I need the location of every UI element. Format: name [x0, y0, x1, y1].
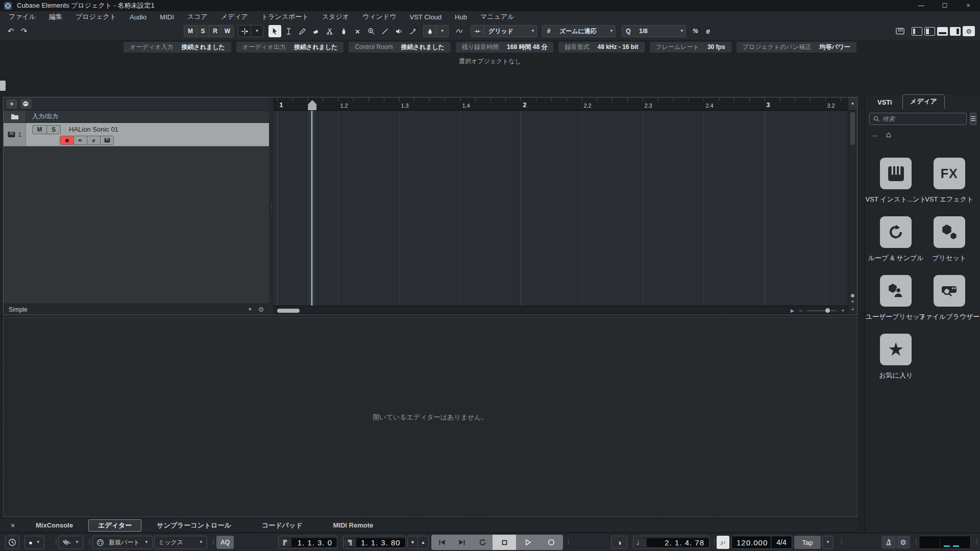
- minimize-button[interactable]: —: [910, 0, 933, 11]
- vertical-scrollbar[interactable]: [848, 111, 857, 292]
- iterative-quantize-icon[interactable]: %: [689, 25, 702, 37]
- zoom-in-icon[interactable]: +: [841, 307, 845, 314]
- tap-options-caret[interactable]: ▼: [822, 536, 834, 549]
- menu-edit[interactable]: 編集: [42, 12, 69, 21]
- zoom-out-icon[interactable]: −: [799, 307, 802, 314]
- primary-time-display[interactable]: ♩ 2. 1. 4. 78: [633, 536, 709, 549]
- menu-transport[interactable]: トランスポート: [255, 12, 315, 21]
- track-preset-label[interactable]: Simple: [9, 306, 28, 313]
- audio-record-mode-dropdown[interactable]: ▼: [58, 536, 83, 549]
- zoom-tool[interactable]: [365, 25, 378, 37]
- output-level-meter[interactable]: [919, 536, 971, 549]
- transport-settings-button[interactable]: [5, 536, 19, 549]
- track-list-divider[interactable]: ⋮: [269, 97, 273, 315]
- menu-vst-cloud[interactable]: VST Cloud: [403, 13, 448, 21]
- auto-scroll-options-caret[interactable]: ▼: [251, 25, 263, 37]
- tempo-track-toggle[interactable]: ♪↕: [717, 536, 729, 549]
- close-button[interactable]: ×: [957, 0, 980, 11]
- monitor-button[interactable]: [74, 136, 87, 144]
- maximize-button[interactable]: ☐: [933, 0, 957, 11]
- tab-chord-pads[interactable]: コードパッド: [247, 520, 318, 531]
- metronome-button[interactable]: [881, 536, 896, 549]
- split-tool[interactable]: [324, 25, 336, 37]
- record-mode-dropdown[interactable]: ●▼: [24, 536, 44, 549]
- punch-out-button[interactable]: ▲: [418, 536, 429, 549]
- lower-zone-close-icon[interactable]: ×: [5, 521, 20, 530]
- erase-tool[interactable]: [310, 25, 323, 37]
- play-button[interactable]: [516, 535, 540, 550]
- menu-project[interactable]: プロジェクト: [69, 12, 123, 21]
- auto-quantize-button[interactable]: AQ: [216, 536, 234, 549]
- horizontal-scroll-thumb[interactable]: [277, 309, 300, 313]
- metronome-settings-gear-icon[interactable]: ⚙: [896, 536, 910, 549]
- left-zone-toggle[interactable]: [912, 27, 922, 36]
- range-selection-tool[interactable]: [282, 25, 295, 37]
- media-list-view-icon[interactable]: ☰: [970, 113, 976, 125]
- tile-vst-instruments[interactable]: VST インスト...ント: [869, 158, 922, 204]
- left-locator-time[interactable]: 1. 1. 3. 0: [291, 538, 337, 547]
- write-automation-button[interactable]: W: [221, 25, 233, 37]
- home-icon[interactable]: ⌂: [886, 130, 891, 139]
- lower-zone-toggle[interactable]: [937, 27, 948, 36]
- color-tool-icon[interactable]: [424, 25, 436, 37]
- project-time[interactable]: 2. 1. 4. 78: [647, 538, 709, 547]
- menu-manual[interactable]: マニュアル: [474, 12, 521, 21]
- search-input[interactable]: [883, 115, 963, 122]
- auto-scroll-icon[interactable]: [238, 25, 251, 37]
- redo-icon[interactable]: ↷: [17, 25, 31, 37]
- right-locator-time[interactable]: 1. 1. 3. 80: [356, 538, 405, 547]
- grid-type-dropdown[interactable]: ズームに適応▼: [555, 25, 615, 37]
- tile-vst-effects[interactable]: FX VST エフェクト: [923, 158, 976, 204]
- punch-in-button[interactable]: ▼: [407, 536, 418, 549]
- tempo-value[interactable]: 120.000: [732, 538, 772, 547]
- search-box[interactable]: [869, 113, 967, 125]
- edit-instrument-button[interactable]: e: [87, 136, 100, 144]
- back-icon[interactable]: ←: [871, 130, 879, 139]
- menu-file[interactable]: ファイル: [2, 12, 42, 21]
- tile-file-browser[interactable]: ファイルブラウザー: [923, 275, 976, 321]
- undo-icon[interactable]: ↶: [4, 25, 17, 37]
- racks-keyboard-icon[interactable]: [893, 25, 906, 37]
- layout-handle[interactable]: [0, 81, 6, 91]
- zoom-slider-knob[interactable]: [825, 308, 830, 313]
- play-audition-tool[interactable]: [393, 25, 405, 37]
- tile-user-presets[interactable]: ユーザープリセット: [869, 275, 922, 321]
- ramp-curve-icon[interactable]: [406, 25, 419, 37]
- vertical-zoom-in-icon[interactable]: +: [851, 306, 854, 312]
- go-to-start-button[interactable]: [431, 535, 452, 550]
- setup-toolbar-gear-icon[interactable]: ⚙: [963, 26, 975, 36]
- event-display-area[interactable]: [273, 111, 848, 306]
- horizontal-zoom-slider[interactable]: [807, 310, 837, 311]
- io-folder-track[interactable]: 入力/出力: [4, 111, 269, 123]
- menu-hub[interactable]: Hub: [448, 13, 474, 21]
- menu-score[interactable]: スコア: [181, 12, 214, 21]
- track-solo-button[interactable]: S: [46, 126, 60, 134]
- track-name[interactable]: HALion Sonic 01: [69, 126, 118, 133]
- vertical-zoom-caret[interactable]: ▼: [851, 299, 855, 304]
- horizontal-scrollbar[interactable]: ▶ − +: [273, 306, 848, 315]
- instrument-track-row[interactable]: 1 M S HALion Sonic 01 e: [4, 123, 269, 146]
- menu-studio[interactable]: スタジオ: [315, 12, 356, 21]
- mute-tool[interactable]: ×: [351, 25, 364, 37]
- draw-tool[interactable]: [296, 25, 309, 37]
- vertical-scroll-thumb[interactable]: [850, 112, 855, 145]
- snap-type-dropdown[interactable]: グリッド▼: [483, 25, 536, 37]
- menu-window[interactable]: ウィンドウ: [356, 12, 403, 21]
- stop-button[interactable]: [493, 535, 516, 550]
- instrument-button[interactable]: [100, 136, 113, 144]
- line-tool[interactable]: [379, 25, 391, 37]
- solo-all-button[interactable]: S: [197, 25, 209, 37]
- midi-insert-mode-dropdown[interactable]: 新規パート▼: [92, 536, 153, 549]
- record-enable-button[interactable]: [60, 136, 74, 144]
- time-format-note-icon[interactable]: ♩: [633, 538, 647, 546]
- menu-midi[interactable]: MIDI: [153, 13, 180, 21]
- snap-icon[interactable]: [471, 25, 483, 37]
- timeline-ruler[interactable]: 1 1.2 1.3 1.4 2 2.2 2.3 2.4 3 3.2: [273, 97, 848, 111]
- mute-all-button[interactable]: M: [184, 25, 197, 37]
- tab-media[interactable]: メディア: [902, 94, 945, 109]
- right-zone-toggle[interactable]: [950, 27, 961, 36]
- tile-presets[interactable]: プリセット: [923, 216, 976, 263]
- quantize-preset-dropdown[interactable]: 1/8▼: [634, 25, 685, 37]
- tab-sampler-control[interactable]: サンプラーコントロール: [141, 520, 247, 531]
- ruler-options-caret[interactable]: ▼: [848, 97, 857, 111]
